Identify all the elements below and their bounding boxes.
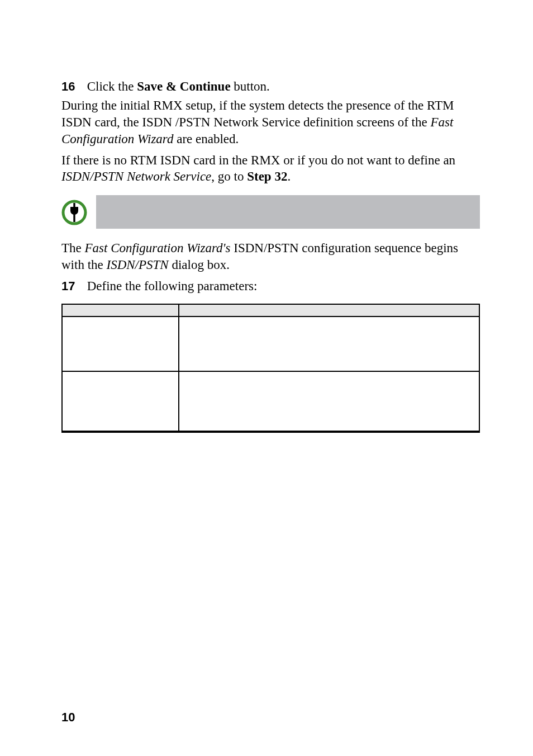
table-header-field xyxy=(62,304,179,316)
para3-italic1: Fast Configuration Wizard's xyxy=(85,241,231,255)
para3-italic2: ISDN/PSTN xyxy=(107,258,169,272)
paragraph-1: During the initial RMX setup, if the sys… xyxy=(61,97,480,148)
para2-pre: If there is no RTM ISDN card in the RMX … xyxy=(61,153,455,167)
parameters-table-wrap xyxy=(61,304,480,433)
step-17-line: 17 Define the following parameters: xyxy=(61,278,480,295)
step-16-number: 16 xyxy=(61,79,84,95)
step-16-bold: Save & Continue xyxy=(137,79,230,93)
step-16-line: 16 Click the Save & Continue button. xyxy=(61,78,480,95)
para1-pre: During the initial RMX setup, if the sys… xyxy=(61,98,454,129)
page-content: 16 Click the Save & Continue button. Dur… xyxy=(0,0,533,433)
note-body xyxy=(96,195,480,229)
para1-post: are enabled. xyxy=(173,132,239,146)
para3-pre: The xyxy=(61,241,85,255)
step-17-number: 17 xyxy=(61,278,84,295)
para3-post: dialog box. xyxy=(169,258,230,272)
svg-rect-2 xyxy=(73,214,75,222)
parameters-table xyxy=(61,304,480,433)
plug-icon xyxy=(61,200,87,225)
table-cell-field-1 xyxy=(62,371,179,432)
para2-post: . xyxy=(287,169,291,183)
step-17-text: Define the following parameters: xyxy=(87,279,258,293)
svg-rect-1 xyxy=(73,203,75,207)
step-16-pre: Click the xyxy=(87,79,137,93)
table-row xyxy=(62,316,479,371)
para2-mid: , go to xyxy=(211,169,247,183)
table-cell-desc-1 xyxy=(179,371,479,432)
paragraph-2: If there is no RTM ISDN card in the RMX … xyxy=(61,152,480,186)
para2-bold: Step 32 xyxy=(247,169,287,183)
table-row xyxy=(62,371,479,432)
table-header-row xyxy=(62,304,479,316)
step-16-post: button. xyxy=(231,79,270,93)
page-number: 10 xyxy=(61,710,75,725)
paragraph-3: The Fast Configuration Wizard's ISDN/PST… xyxy=(61,240,480,273)
table-cell-desc-0 xyxy=(179,316,479,371)
para2-italic: ISDN/PSTN Network Service xyxy=(61,169,211,183)
table-cell-field-0 xyxy=(62,316,179,371)
table-header-desc xyxy=(179,304,479,316)
note-block xyxy=(61,195,480,229)
note-icon-column xyxy=(61,195,96,229)
